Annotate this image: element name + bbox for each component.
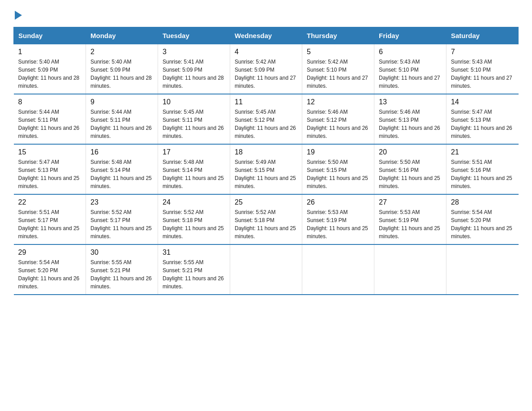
day-number: 4: [235, 48, 297, 56]
day-info: Sunrise: 5:44 AMSunset: 5:11 PMDaylight:…: [18, 108, 82, 140]
day-number: 15: [18, 148, 82, 156]
day-number: 8: [18, 98, 82, 106]
day-info: Sunrise: 5:55 AMSunset: 5:21 PMDaylight:…: [163, 258, 225, 291]
day-info: Sunrise: 5:42 AMSunset: 5:09 PMDaylight:…: [235, 58, 297, 90]
day-info: Sunrise: 5:55 AMSunset: 5:21 PMDaylight:…: [90, 258, 153, 291]
day-info: Sunrise: 5:40 AMSunset: 5:09 PMDaylight:…: [18, 58, 82, 90]
day-number: 21: [451, 148, 514, 156]
day-info: Sunrise: 5:50 AMSunset: 5:15 PMDaylight:…: [307, 158, 369, 190]
calendar-cell: 31Sunrise: 5:55 AMSunset: 5:21 PMDayligh…: [158, 244, 230, 295]
day-info: Sunrise: 5:50 AMSunset: 5:16 PMDaylight:…: [379, 158, 442, 190]
calendar-cell: 18Sunrise: 5:49 AMSunset: 5:15 PMDayligh…: [230, 144, 302, 194]
calendar-cell: 26Sunrise: 5:53 AMSunset: 5:19 PMDayligh…: [302, 194, 374, 244]
day-info: Sunrise: 5:47 AMSunset: 5:13 PMDaylight:…: [18, 158, 82, 190]
calendar-cell: 13Sunrise: 5:46 AMSunset: 5:13 PMDayligh…: [374, 94, 446, 144]
day-number: 18: [235, 148, 297, 156]
day-info: Sunrise: 5:48 AMSunset: 5:14 PMDaylight:…: [90, 158, 153, 190]
day-number: 2: [90, 48, 153, 56]
calendar-cell: 23Sunrise: 5:52 AMSunset: 5:17 PMDayligh…: [86, 194, 158, 244]
day-number: 9: [90, 98, 153, 106]
day-number: 22: [18, 198, 82, 206]
weekday-header-sunday: Sunday: [14, 27, 86, 44]
calendar-cell: 24Sunrise: 5:52 AMSunset: 5:18 PMDayligh…: [158, 194, 230, 244]
calendar-cell: 16Sunrise: 5:48 AMSunset: 5:14 PMDayligh…: [86, 144, 158, 194]
weekday-header-thursday: Thursday: [302, 27, 374, 44]
day-info: Sunrise: 5:45 AMSunset: 5:11 PMDaylight:…: [163, 108, 225, 140]
weekday-header-tuesday: Tuesday: [158, 27, 230, 44]
day-number: 25: [235, 198, 297, 206]
day-info: Sunrise: 5:46 AMSunset: 5:13 PMDaylight:…: [379, 108, 442, 140]
calendar-cell: 11Sunrise: 5:45 AMSunset: 5:12 PMDayligh…: [230, 94, 302, 144]
calendar-cell: 10Sunrise: 5:45 AMSunset: 5:11 PMDayligh…: [158, 94, 230, 144]
calendar-cell: [230, 244, 302, 295]
day-number: 13: [379, 98, 442, 106]
page-header: [13, 9, 519, 18]
weekday-row: SundayMondayTuesdayWednesdayThursdayFrid…: [14, 27, 519, 44]
calendar-cell: 21Sunrise: 5:51 AMSunset: 5:16 PMDayligh…: [446, 144, 519, 194]
day-number: 11: [235, 98, 297, 106]
day-info: Sunrise: 5:51 AMSunset: 5:16 PMDaylight:…: [451, 158, 514, 190]
calendar-cell: 1Sunrise: 5:40 AMSunset: 5:09 PMDaylight…: [14, 44, 86, 94]
day-number: 14: [451, 98, 514, 106]
calendar-cell: 9Sunrise: 5:44 AMSunset: 5:11 PMDaylight…: [86, 94, 158, 144]
calendar-cell: 3Sunrise: 5:41 AMSunset: 5:09 PMDaylight…: [158, 44, 230, 94]
day-number: 12: [307, 98, 369, 106]
day-info: Sunrise: 5:54 AMSunset: 5:20 PMDaylight:…: [18, 258, 82, 291]
day-number: 31: [163, 248, 225, 257]
logo: [13, 9, 22, 18]
calendar-cell: 4Sunrise: 5:42 AMSunset: 5:09 PMDaylight…: [230, 44, 302, 94]
day-info: Sunrise: 5:42 AMSunset: 5:10 PMDaylight:…: [307, 58, 369, 90]
day-number: 19: [307, 148, 369, 156]
weekday-header-monday: Monday: [86, 27, 158, 44]
day-info: Sunrise: 5:53 AMSunset: 5:19 PMDaylight:…: [379, 208, 442, 240]
calendar-cell: 15Sunrise: 5:47 AMSunset: 5:13 PMDayligh…: [14, 144, 86, 194]
day-number: 23: [90, 198, 153, 206]
day-info: Sunrise: 5:51 AMSunset: 5:17 PMDaylight:…: [18, 208, 82, 240]
day-info: Sunrise: 5:43 AMSunset: 5:10 PMDaylight:…: [451, 58, 514, 90]
day-info: Sunrise: 5:40 AMSunset: 5:09 PMDaylight:…: [90, 58, 153, 90]
day-number: 10: [163, 98, 225, 106]
calendar-cell: [374, 244, 446, 295]
logo-arrow-icon: [15, 11, 22, 20]
day-number: 5: [307, 48, 369, 56]
calendar-header: SundayMondayTuesdayWednesdayThursdayFrid…: [14, 27, 519, 44]
day-info: Sunrise: 5:46 AMSunset: 5:12 PMDaylight:…: [307, 108, 369, 140]
calendar-cell: 29Sunrise: 5:54 AMSunset: 5:20 PMDayligh…: [14, 244, 86, 295]
calendar-cell: 28Sunrise: 5:54 AMSunset: 5:20 PMDayligh…: [446, 194, 519, 244]
day-info: Sunrise: 5:53 AMSunset: 5:19 PMDaylight:…: [307, 208, 369, 240]
day-info: Sunrise: 5:47 AMSunset: 5:13 PMDaylight:…: [451, 108, 514, 140]
calendar-cell: 2Sunrise: 5:40 AMSunset: 5:09 PMDaylight…: [86, 44, 158, 94]
weekday-header-wednesday: Wednesday: [230, 27, 302, 44]
day-number: 3: [163, 48, 225, 56]
calendar-cell: 5Sunrise: 5:42 AMSunset: 5:10 PMDaylight…: [302, 44, 374, 94]
day-number: 16: [90, 148, 153, 156]
calendar-body: 1Sunrise: 5:40 AMSunset: 5:09 PMDaylight…: [14, 44, 519, 295]
day-number: 26: [307, 198, 369, 206]
calendar-cell: [446, 244, 519, 295]
day-info: Sunrise: 5:44 AMSunset: 5:11 PMDaylight:…: [90, 108, 153, 140]
day-info: Sunrise: 5:48 AMSunset: 5:14 PMDaylight:…: [163, 158, 225, 190]
calendar-cell: 12Sunrise: 5:46 AMSunset: 5:12 PMDayligh…: [302, 94, 374, 144]
week-row-4: 22Sunrise: 5:51 AMSunset: 5:17 PMDayligh…: [14, 194, 519, 244]
calendar-cell: [302, 244, 374, 295]
calendar-cell: 7Sunrise: 5:43 AMSunset: 5:10 PMDaylight…: [446, 44, 519, 94]
day-number: 6: [379, 48, 442, 56]
calendar-cell: 22Sunrise: 5:51 AMSunset: 5:17 PMDayligh…: [14, 194, 86, 244]
day-info: Sunrise: 5:52 AMSunset: 5:18 PMDaylight:…: [163, 208, 225, 240]
day-number: 27: [379, 198, 442, 206]
calendar-cell: 27Sunrise: 5:53 AMSunset: 5:19 PMDayligh…: [374, 194, 446, 244]
day-info: Sunrise: 5:49 AMSunset: 5:15 PMDaylight:…: [235, 158, 297, 190]
week-row-1: 1Sunrise: 5:40 AMSunset: 5:09 PMDaylight…: [14, 44, 519, 94]
week-row-2: 8Sunrise: 5:44 AMSunset: 5:11 PMDaylight…: [14, 94, 519, 144]
day-number: 1: [18, 48, 82, 56]
day-number: 20: [379, 148, 442, 156]
calendar-cell: 17Sunrise: 5:48 AMSunset: 5:14 PMDayligh…: [158, 144, 230, 194]
weekday-header-saturday: Saturday: [446, 27, 519, 44]
day-info: Sunrise: 5:52 AMSunset: 5:17 PMDaylight:…: [90, 208, 153, 240]
day-number: 7: [451, 48, 514, 56]
week-row-5: 29Sunrise: 5:54 AMSunset: 5:20 PMDayligh…: [14, 244, 519, 295]
calendar-cell: 30Sunrise: 5:55 AMSunset: 5:21 PMDayligh…: [86, 244, 158, 295]
week-row-3: 15Sunrise: 5:47 AMSunset: 5:13 PMDayligh…: [14, 144, 519, 194]
calendar-cell: 8Sunrise: 5:44 AMSunset: 5:11 PMDaylight…: [14, 94, 86, 144]
calendar-cell: 6Sunrise: 5:43 AMSunset: 5:10 PMDaylight…: [374, 44, 446, 94]
